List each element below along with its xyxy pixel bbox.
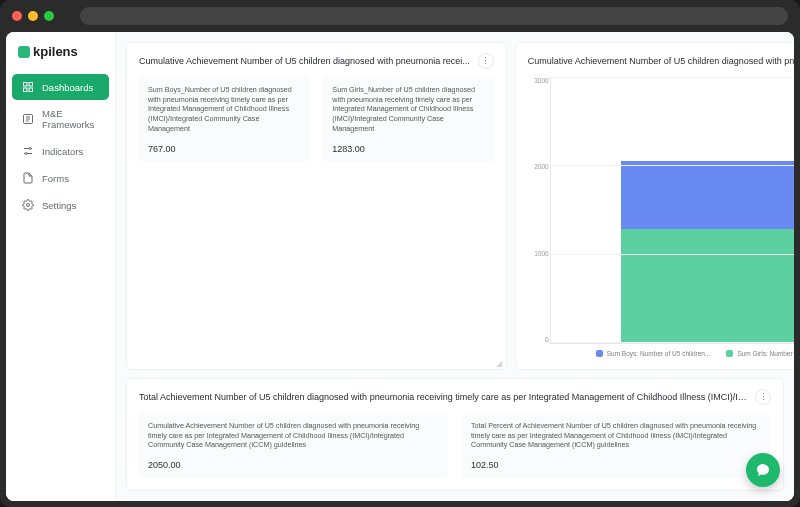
document-icon xyxy=(22,172,34,184)
window-maximize[interactable] xyxy=(44,11,54,21)
stacked-bar-chart: 3000 2000 1000 0 xyxy=(550,77,794,357)
metric-label: Sum Girls_Number of U5 children diagnose… xyxy=(332,85,484,134)
metric-label: Sum Boys_Number of U5 children diagnosed… xyxy=(148,85,300,134)
sidebar-item-indicators[interactable]: Indicators xyxy=(12,138,109,164)
sidebar-item-settings[interactable]: Settings xyxy=(12,192,109,218)
svg-rect-0 xyxy=(24,83,28,87)
metric-value: 767.00 xyxy=(148,144,300,154)
brand-logo[interactable]: kpilens xyxy=(6,44,115,73)
sidebar-item-label: Indicators xyxy=(42,146,83,157)
sidebar-item-dashboards[interactable]: Dashboards xyxy=(12,74,109,100)
y-axis-ticks: 3000 2000 1000 0 xyxy=(529,77,549,343)
sidebar-item-label: M&E Frameworks xyxy=(42,108,99,130)
metric-girls: Sum Girls_Number of U5 children diagnose… xyxy=(323,77,493,162)
svg-rect-1 xyxy=(29,83,33,87)
chat-widget-button[interactable] xyxy=(746,453,780,487)
logo-mark-icon xyxy=(18,46,30,58)
metric-percent: Total Percent of Achievement Number of U… xyxy=(462,413,771,478)
browser-titlebar xyxy=(0,0,800,32)
metric-value: 102.50 xyxy=(471,460,762,470)
metric-label: Cumulative Achievement Number of U5 chil… xyxy=(148,421,439,450)
metric-label: Total Percent of Achievement Number of U… xyxy=(471,421,762,450)
chat-icon xyxy=(755,462,771,478)
svg-rect-2 xyxy=(24,88,28,92)
sidebar-item-label: Forms xyxy=(42,173,69,184)
sidebar: kpilens Dashboards M&E Frameworks Indica… xyxy=(6,32,116,501)
framework-icon xyxy=(22,113,34,125)
chart-legend: Sum Boys: Number of U5 children... Sum G… xyxy=(550,350,794,357)
card-title: Cumulative Achievement Number of U5 chil… xyxy=(528,56,794,66)
grid-icon xyxy=(22,81,34,93)
svg-point-7 xyxy=(27,204,30,207)
sidebar-item-label: Settings xyxy=(42,200,76,211)
sidebar-item-forms[interactable]: Forms xyxy=(12,165,109,191)
legend-swatch-icon xyxy=(596,350,603,357)
window-close[interactable] xyxy=(12,11,22,21)
legend-swatch-icon xyxy=(726,350,733,357)
main-content: Cumulative Achievement Number of U5 chil… xyxy=(116,32,794,501)
svg-point-5 xyxy=(29,148,31,150)
legend-item-boys: Sum Boys: Number of U5 children... xyxy=(596,350,711,357)
gear-icon xyxy=(22,199,34,211)
metric-value: 1283.00 xyxy=(332,144,484,154)
card-menu-button[interactable]: ⋮ xyxy=(478,53,494,69)
card-cumulative-metrics: Cumulative Achievement Number of U5 chil… xyxy=(126,42,507,370)
sliders-icon xyxy=(22,145,34,157)
window-minimize[interactable] xyxy=(28,11,38,21)
metric-boys: Sum Boys_Number of U5 children diagnosed… xyxy=(139,77,309,162)
card-title: Cumulative Achievement Number of U5 chil… xyxy=(139,56,478,66)
metric-cumulative-total: Cumulative Achievement Number of U5 chil… xyxy=(139,413,448,478)
metric-value: 2050.00 xyxy=(148,460,439,470)
card-total-achievement: Total Achievement Number of U5 children … xyxy=(126,378,784,491)
resize-handle-icon[interactable]: ◢ xyxy=(496,359,504,367)
url-bar[interactable] xyxy=(80,7,788,25)
svg-rect-3 xyxy=(29,88,33,92)
card-cumulative-chart: Cumulative Achievement Number of U5 chil… xyxy=(515,42,794,370)
legend-item-girls: Sum Girls: Number of U5 childre... xyxy=(726,350,794,357)
sidebar-item-label: Dashboards xyxy=(42,82,93,93)
gridlines xyxy=(551,77,794,343)
sidebar-item-me-frameworks[interactable]: M&E Frameworks xyxy=(12,101,109,137)
svg-point-6 xyxy=(25,153,27,155)
brand-name: kpilens xyxy=(33,44,78,59)
card-title: Total Achievement Number of U5 children … xyxy=(139,392,755,402)
card-menu-button[interactable]: ⋮ xyxy=(755,389,771,405)
